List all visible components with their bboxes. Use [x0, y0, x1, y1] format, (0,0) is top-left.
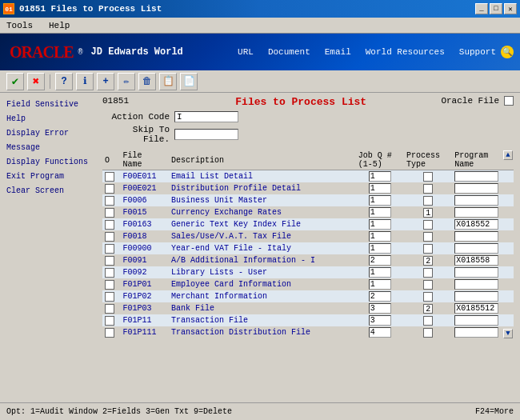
skip-to-file-input[interactable]: [174, 129, 238, 140]
program-name-input[interactable]: [454, 183, 498, 194]
job-q-input[interactable]: [369, 279, 391, 290]
cancel-button[interactable]: ✖: [27, 73, 45, 90]
description-link[interactable]: Bank File: [171, 304, 214, 313]
file-name-link[interactable]: F0091: [123, 256, 147, 265]
file-name-link[interactable]: F00E011: [123, 172, 157, 181]
description-link[interactable]: Distribution Profile Detail: [171, 184, 301, 193]
description-link[interactable]: Business Unit Master: [171, 196, 267, 205]
nav-exit-program[interactable]: Exit Program: [6, 170, 90, 184]
window-controls[interactable]: _ □ ✕: [475, 3, 517, 14]
description-link[interactable]: Employee Card Information: [171, 280, 291, 289]
row-checkbox[interactable]: [105, 304, 114, 314]
description-link[interactable]: Transaction Distribution File: [171, 328, 310, 337]
process-type-checkbox[interactable]: [423, 172, 433, 182]
program-name-input[interactable]: [454, 327, 498, 338]
row-checkbox-cell[interactable]: [102, 302, 121, 314]
minimize-button[interactable]: _: [475, 3, 488, 14]
nav-world-resources[interactable]: World Resources: [366, 47, 445, 57]
row-checkbox[interactable]: [105, 292, 114, 302]
description-link[interactable]: A/B Additional Information - I: [171, 256, 315, 265]
process-type-checkbox[interactable]: [423, 280, 433, 290]
process-type-checkbox[interactable]: [423, 196, 433, 206]
description-link[interactable]: Sales/Use/V.A.T. Tax File: [171, 232, 291, 241]
menu-tools[interactable]: Tools: [3, 20, 36, 31]
edit-button[interactable]: ✏: [118, 73, 135, 90]
confirm-button[interactable]: ✔: [6, 73, 24, 90]
row-checkbox-cell[interactable]: [102, 326, 121, 338]
row-checkbox[interactable]: [105, 220, 114, 230]
document-button[interactable]: 📄: [180, 73, 198, 90]
nav-email[interactable]: Email: [325, 47, 351, 57]
row-checkbox-cell[interactable]: [102, 314, 121, 326]
row-checkbox[interactable]: [105, 208, 114, 218]
description-link[interactable]: Generic Text Key Index File: [171, 220, 301, 229]
row-checkbox-cell[interactable]: [102, 182, 121, 194]
description-link[interactable]: Library Lists - User: [171, 268, 267, 277]
add-button[interactable]: +: [97, 73, 114, 90]
program-name-input[interactable]: [454, 171, 498, 182]
job-q-input[interactable]: [369, 243, 391, 254]
maximize-button[interactable]: □: [490, 3, 502, 14]
job-q-input[interactable]: [369, 327, 391, 338]
program-name-input[interactable]: [454, 207, 498, 218]
job-q-input[interactable]: [369, 231, 391, 242]
program-name-input[interactable]: [454, 231, 498, 242]
program-name-input[interactable]: [454, 243, 498, 254]
job-q-input[interactable]: [369, 219, 391, 230]
help-button[interactable]: ?: [55, 73, 73, 90]
description-link[interactable]: Year-end VAT File - Italy: [171, 244, 291, 253]
file-name-link[interactable]: F00163: [123, 220, 152, 229]
process-type-checkbox[interactable]: [423, 220, 433, 230]
close-button[interactable]: ✕: [504, 3, 517, 14]
job-q-input[interactable]: [369, 255, 391, 266]
job-q-input[interactable]: [369, 207, 391, 218]
program-name-input[interactable]: [454, 315, 498, 326]
row-checkbox-cell[interactable]: [102, 206, 121, 218]
file-name-link[interactable]: F01P111: [123, 328, 157, 337]
program-name-input[interactable]: [454, 303, 498, 314]
row-checkbox-cell[interactable]: [102, 290, 121, 302]
copy-button[interactable]: 📋: [159, 73, 177, 90]
row-checkbox[interactable]: [105, 172, 114, 182]
nav-support[interactable]: Support: [459, 47, 496, 57]
row-checkbox[interactable]: [105, 328, 114, 338]
nav-display-error-message[interactable]: Display Error Message: [6, 126, 90, 155]
file-name-link[interactable]: F00E021: [123, 184, 157, 193]
job-q-input[interactable]: [369, 303, 391, 314]
file-name-link[interactable]: F0006: [123, 196, 147, 205]
file-name-link[interactable]: F01P02: [123, 292, 152, 301]
row-checkbox[interactable]: [105, 184, 114, 194]
process-type-checkbox[interactable]: 2: [423, 304, 433, 314]
row-checkbox-cell[interactable]: [102, 170, 121, 183]
file-name-link[interactable]: F0015: [123, 208, 147, 217]
process-type-checkbox[interactable]: [423, 316, 433, 326]
row-checkbox-cell[interactable]: [102, 278, 121, 290]
row-checkbox-cell[interactable]: [102, 242, 121, 254]
job-q-input[interactable]: [369, 291, 391, 302]
program-name-input[interactable]: [454, 219, 498, 230]
row-checkbox[interactable]: [105, 316, 114, 326]
row-checkbox[interactable]: [105, 244, 114, 254]
file-name-link[interactable]: F00900: [123, 244, 152, 253]
row-checkbox-cell[interactable]: [102, 218, 121, 230]
row-checkbox-cell[interactable]: [102, 194, 121, 206]
process-type-checkbox[interactable]: [423, 244, 433, 254]
program-name-input[interactable]: [454, 255, 498, 266]
row-checkbox-cell[interactable]: [102, 254, 121, 266]
row-checkbox[interactable]: [105, 232, 114, 242]
description-link[interactable]: Currency Exchange Rates: [171, 208, 282, 217]
file-name-link[interactable]: F0092: [123, 268, 147, 277]
process-type-checkbox[interactable]: [423, 292, 433, 302]
info-button[interactable]: ℹ: [76, 73, 94, 90]
program-name-input[interactable]: [454, 291, 498, 302]
process-type-checkbox[interactable]: [423, 232, 433, 242]
row-checkbox-cell[interactable]: [102, 266, 121, 278]
process-type-checkbox[interactable]: [423, 184, 433, 194]
nav-document[interactable]: Document: [268, 47, 310, 57]
job-q-input[interactable]: [369, 267, 391, 278]
job-q-input[interactable]: [369, 195, 391, 206]
process-type-checkbox[interactable]: 1: [423, 208, 433, 218]
program-name-input[interactable]: [454, 267, 498, 278]
delete-button[interactable]: 🗑: [138, 73, 156, 90]
process-type-checkbox[interactable]: [423, 328, 433, 338]
